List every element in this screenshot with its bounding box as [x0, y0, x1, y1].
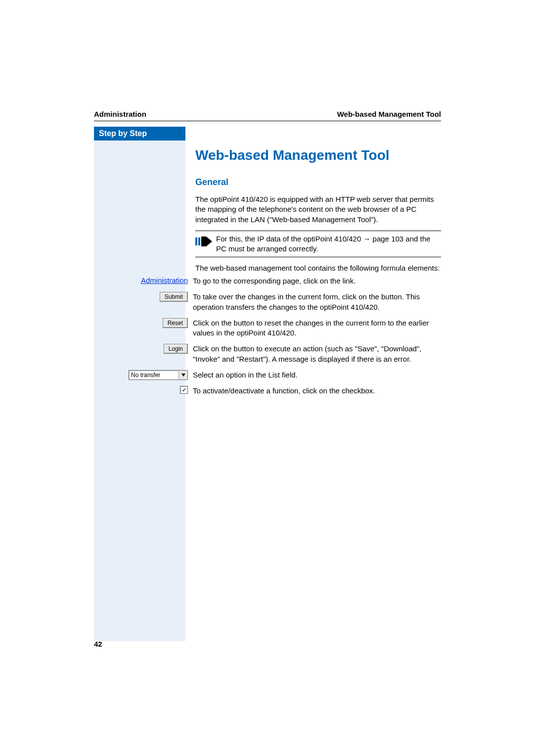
header-rule — [94, 121, 441, 121]
element-control: Administration — [94, 276, 193, 290]
element-desc: Click on the button to reset the changes… — [193, 318, 441, 342]
element-desc: To take over the changes in the current … — [193, 292, 441, 316]
svg-marker-2 — [201, 236, 212, 246]
note-arrow-icon — [195, 235, 212, 248]
main-content: Web-based Management Tool General The op… — [195, 127, 441, 280]
element-control: No transfer — [94, 370, 193, 384]
element-desc: To go to the corresponding page, click o… — [193, 276, 441, 290]
element-control: Login — [94, 344, 193, 368]
transfer-select[interactable]: No transfer — [129, 370, 188, 380]
heading-1: Web-based Management Tool — [195, 147, 441, 163]
element-control: Reset — [94, 318, 193, 342]
element-row-checkbox: ✔ To activate/deactivate a function, cli… — [94, 386, 441, 400]
element-control: ✔ — [94, 386, 193, 400]
activate-checkbox[interactable]: ✔ — [180, 386, 188, 394]
element-desc: Click on the button to execute an action… — [193, 344, 441, 368]
element-desc: Select an option in the List field. — [193, 370, 441, 384]
header-right: Web-based Management Tool — [337, 110, 441, 118]
element-row-login: Login Click on the button to execute an … — [94, 344, 441, 368]
sidebar-tab: Step by Step — [94, 127, 185, 141]
submit-button[interactable]: Submit — [160, 292, 188, 302]
running-header: Administration Web-based Management Tool — [94, 110, 441, 118]
element-row-link: Administration To go to the correspondin… — [94, 276, 441, 290]
administration-link[interactable]: Administration — [141, 276, 188, 284]
svg-rect-1 — [198, 237, 200, 245]
element-row-reset: Reset Click on the button to reset the c… — [94, 318, 441, 342]
note-text: For this, the IP data of the optiPoint 4… — [216, 234, 441, 254]
reset-button[interactable]: Reset — [163, 318, 188, 328]
page: Administration Web-based Management Tool… — [0, 0, 534, 756]
select-value: No transfer — [129, 372, 178, 378]
header-left: Administration — [94, 110, 146, 118]
login-button[interactable]: Login — [164, 344, 188, 354]
element-row-select: No transfer Select an option in the List… — [94, 370, 441, 384]
paragraph: The web-based management tool contains t… — [195, 263, 441, 273]
element-row-submit: Submit To take over the changes in the c… — [94, 292, 441, 316]
note-box: For this, the IP data of the optiPoint 4… — [195, 231, 441, 258]
page-number: 42 — [94, 640, 102, 648]
chevron-down-icon — [178, 371, 187, 379]
element-control: Submit — [94, 292, 193, 316]
right-arrow-icon: → — [363, 234, 370, 244]
elements-list: Administration To go to the correspondin… — [94, 276, 441, 402]
note-text-pre: For this, the IP data of the optiPoint 4… — [216, 235, 363, 243]
paragraph: The optiPoint 410/420 is equipped with a… — [195, 194, 441, 225]
element-desc: To activate/deactivate a function, click… — [193, 386, 441, 400]
svg-rect-0 — [195, 237, 197, 245]
svg-marker-3 — [181, 374, 185, 377]
heading-2: General — [195, 177, 441, 188]
